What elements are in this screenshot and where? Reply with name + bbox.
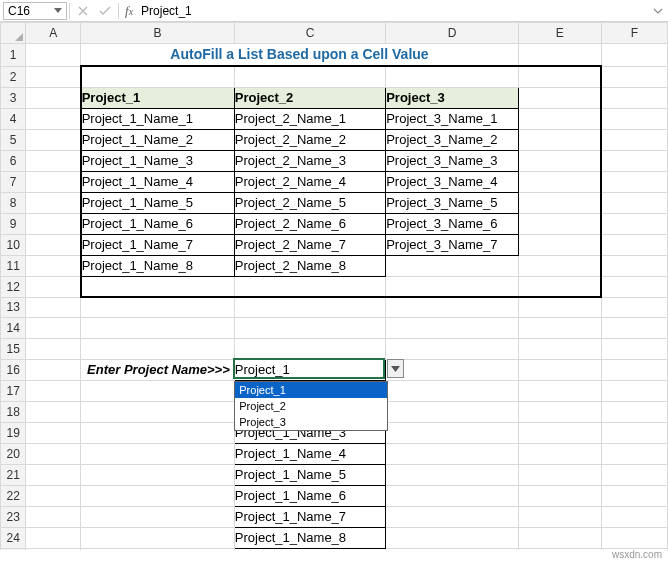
cell[interactable] <box>26 380 81 401</box>
cell[interactable] <box>26 255 81 276</box>
cell[interactable] <box>518 66 601 87</box>
table-cell[interactable]: Project_3_Name_5 <box>386 192 519 213</box>
cell[interactable] <box>81 422 235 443</box>
cell[interactable] <box>518 108 601 129</box>
cell[interactable] <box>386 401 519 422</box>
cell[interactable] <box>601 66 667 87</box>
cell[interactable] <box>26 129 81 150</box>
cell[interactable] <box>386 548 519 550</box>
cell[interactable] <box>26 276 81 297</box>
cell[interactable] <box>601 234 667 255</box>
row-header[interactable]: 8 <box>1 192 26 213</box>
col-header-B[interactable]: B <box>81 23 235 44</box>
table-cell[interactable]: Project_2_Name_7 <box>234 234 385 255</box>
cell[interactable] <box>81 317 235 338</box>
col-header-C[interactable]: C <box>234 23 385 44</box>
cell[interactable] <box>601 297 667 317</box>
cell[interactable] <box>26 485 81 506</box>
cell[interactable] <box>81 401 235 422</box>
fx-icon[interactable]: fx <box>125 3 133 19</box>
cell[interactable] <box>386 443 519 464</box>
row-header[interactable]: 7 <box>1 171 26 192</box>
cell[interactable] <box>26 213 81 234</box>
cell[interactable] <box>386 276 519 297</box>
cell[interactable] <box>601 527 667 548</box>
cell[interactable] <box>518 548 601 550</box>
cell[interactable] <box>518 506 601 527</box>
cell[interactable] <box>234 276 385 297</box>
cell[interactable] <box>26 317 81 338</box>
cell[interactable] <box>601 401 667 422</box>
cell[interactable] <box>386 506 519 527</box>
table-cell[interactable]: Project_2_Name_8 <box>234 255 385 276</box>
cell[interactable] <box>518 359 601 380</box>
table-cell[interactable]: Project_1_Name_5 <box>81 192 235 213</box>
cell[interactable] <box>26 297 81 317</box>
cell[interactable] <box>26 443 81 464</box>
cell[interactable] <box>26 422 81 443</box>
cell[interactable] <box>81 548 235 550</box>
cell[interactable] <box>601 255 667 276</box>
name-box[interactable]: C16 <box>3 2 67 20</box>
result-cell[interactable]: Project_1_Name_8 <box>234 527 385 548</box>
dropdown-option[interactable]: Project_1 <box>235 382 386 398</box>
cell[interactable] <box>386 338 519 359</box>
cell[interactable] <box>518 464 601 485</box>
table-cell[interactable]: Project_1_Name_2 <box>81 129 235 150</box>
result-cell[interactable]: Project_1_Name_7 <box>234 506 385 527</box>
cell[interactable] <box>26 548 81 550</box>
table-cell[interactable]: Project_1_Name_4 <box>81 171 235 192</box>
cell[interactable] <box>518 485 601 506</box>
row-header[interactable]: 6 <box>1 150 26 171</box>
row-header[interactable]: 2 <box>1 66 26 87</box>
cell[interactable] <box>26 527 81 548</box>
cell[interactable] <box>234 297 385 317</box>
cell[interactable] <box>518 422 601 443</box>
table-cell[interactable]: Project_3_Name_3 <box>386 150 519 171</box>
cell[interactable] <box>601 317 667 338</box>
table-cell[interactable]: Project_3_Name_1 <box>386 108 519 129</box>
row-header[interactable]: 11 <box>1 255 26 276</box>
cell[interactable] <box>26 359 81 380</box>
table-cell[interactable]: Project_2_Name_3 <box>234 150 385 171</box>
row-header[interactable] <box>1 548 26 550</box>
spreadsheet-grid[interactable]: A B C D E F 1 AutoFill a List Based upon… <box>0 22 668 550</box>
cell[interactable] <box>518 213 601 234</box>
cell[interactable] <box>386 422 519 443</box>
table-cell[interactable]: Project_2_Name_4 <box>234 171 385 192</box>
cell[interactable] <box>601 464 667 485</box>
row-header[interactable]: 12 <box>1 276 26 297</box>
cell[interactable] <box>518 527 601 548</box>
formula-expand-icon[interactable] <box>648 6 668 16</box>
table-cell[interactable]: Project_2_Name_1 <box>234 108 385 129</box>
formula-input[interactable]: Project_1 <box>139 4 648 18</box>
row-header[interactable]: 15 <box>1 338 26 359</box>
cell[interactable] <box>601 44 667 67</box>
row-header[interactable]: 4 <box>1 108 26 129</box>
cell[interactable] <box>26 506 81 527</box>
dropdown-button[interactable] <box>387 359 404 378</box>
row-header[interactable]: 20 <box>1 443 26 464</box>
cell[interactable] <box>518 276 601 297</box>
cell[interactable] <box>26 401 81 422</box>
table-cell[interactable]: Project_2_Name_6 <box>234 213 385 234</box>
result-cell[interactable]: Project_1_Name_6 <box>234 485 385 506</box>
cell[interactable] <box>518 171 601 192</box>
row-header[interactable]: 23 <box>1 506 26 527</box>
cell[interactable] <box>601 338 667 359</box>
cell[interactable] <box>518 297 601 317</box>
table-cell[interactable]: Project_2_Name_5 <box>234 192 385 213</box>
data-validation-cell[interactable]: Project_1 <box>234 359 385 380</box>
prompt-label[interactable]: Enter Project Name>>> <box>81 359 235 380</box>
cell[interactable] <box>26 108 81 129</box>
cell[interactable] <box>601 171 667 192</box>
cell[interactable] <box>518 234 601 255</box>
cell[interactable] <box>26 66 81 87</box>
cell[interactable] <box>601 87 667 108</box>
cell[interactable] <box>601 276 667 297</box>
cell[interactable] <box>386 297 519 317</box>
row-header[interactable]: 10 <box>1 234 26 255</box>
cell[interactable] <box>81 66 235 87</box>
row-header[interactable]: 19 <box>1 422 26 443</box>
cell[interactable] <box>386 359 519 380</box>
